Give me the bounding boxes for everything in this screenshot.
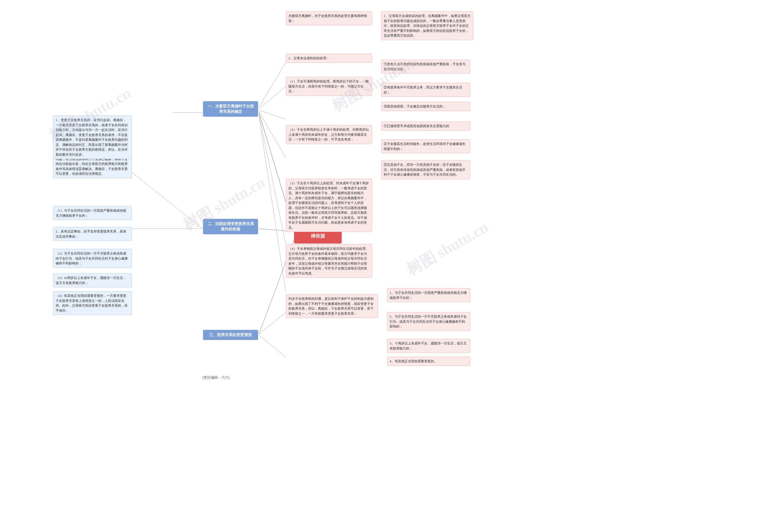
section1-node: 一、夫妻双方离婚时子女抚养关系的确定 <box>203 101 258 117</box>
box-under-2-sub2: ②有抚养条件不尽抚养义务，而父方要求子女随其生活的； <box>381 83 470 97</box>
box-over-10-text: （3）子女在十周岁以上的处理。对未成年子女满十周岁的，父母双方对抚养权发生争执时… <box>288 181 369 229</box>
svg-line-12 <box>259 335 286 357</box>
box-grandparents-text: （4）子女单独祖父母或外祖父母共同生活多年的处理。父方母方抚养子女的条件基本相同… <box>288 247 369 275</box>
box-no-agreement: 2、父母未达成协议的处理： <box>286 53 372 63</box>
box-change-reason1-text: （1）与子女共同生活的一方因患严重疾病或伤残无力继续抚养子女的； <box>56 209 126 217</box>
section3-label: 三、抚养关系的变更情形 <box>209 333 252 337</box>
box-under-2-sub1: ①患有久治不愈的传染性疾病或其他严重疾病，子女宜与其共同生活的； <box>381 59 470 74</box>
box-change-reason4-text: （4）有其他正当理由需要变更的，一方要求变更子女抚养关系有上述情形之一的，人民法… <box>56 294 128 312</box>
box-2-10-sub2-text: ②子女随其生活时间较长，改变生活环境对子女健康成长明显不利的； <box>384 142 466 151</box>
section2-node: 二、法院处理变更抚养关系案件的依据 <box>203 219 258 234</box>
mind-map: 树图 shutu.cn 树图 shutu.cn 树图 shutu.cn 树图 s… <box>0 0 762 532</box>
box-2-10-sub1-text: ①已做绝育手术或因其他原因丧失生育能力的 <box>384 124 449 128</box>
box-s3-sub2: 2、与子女共同生活的一方不尽抚养义务或有虐待子女行为，或其与子女共同生活对子女身… <box>387 312 470 331</box>
box-section3-main: 判决子女抚养权的归属，是以有利于保护子女的利益为原则的，如果出现了不利于子女健康… <box>286 294 378 318</box>
box-2-10: （2）子女在两周岁以上不满十周岁的处理。对两周岁以上未满十周岁的未成年的女，父方… <box>286 125 372 144</box>
box-change-reason3-text: （3）10周岁以上未成年子女，愿随另一方生活，该方又有抚养能力的； <box>56 276 126 285</box>
box-section3-main-text: 判决子女抚养权的归属，是以有利于保护子女的利益为原则的，如果出现了不利于子女健康… <box>288 297 374 315</box>
box-under-2-sub2-text: ②有抚养条件不尽抚养义务，而父方要求子女随其生活的； <box>384 85 462 94</box>
box-legal-reason: 2、具有法定事由，应予支持变更抚养关系，具体法定这些事由： <box>53 227 132 241</box>
svg-line-10 <box>259 116 286 292</box>
svg-line-5 <box>259 86 286 109</box>
svg-line-7 <box>259 112 286 158</box>
box-2-10-sub2: ②子女随其生活时间较长，改变生活环境对子女健康成长明显不利的； <box>381 139 470 153</box>
box-no-agreement-text: 2、父母未达成协议的处理： <box>288 56 330 60</box>
box-change-reason2-text: （2）与子女共同生活的一方不尽抚养义务或有虐待子女行为，或其与子女共同生活对子女… <box>56 252 128 265</box>
box-under-2-text: （1）子女不满两周岁的处理。两周岁以下的子女，一般随母方生活，但母方有下列情形之… <box>288 80 369 93</box>
box-under-2: （1）子女不满两周岁的处理。两周岁以下的子女，一般随母方生活，但母方有下列情形之… <box>286 77 372 96</box>
svg-line-9 <box>259 114 286 244</box>
box-2-10-sub1: ①已做绝育手术或因其他原因丧失生育能力的 <box>381 121 470 131</box>
section1-label: 一、夫妻双方离婚时子女抚养关系的确定 <box>207 104 254 114</box>
box-2-10-text: （2）子女在两周岁以上不满十周岁的处理。对两周岁以上未满十周岁的未成年的女，父方… <box>288 128 369 141</box>
section3-node: 三、抚养关系的变更情形 <box>203 330 258 340</box>
svg-line-4 <box>259 62 286 107</box>
svg-line-13 <box>125 167 202 229</box>
svg-line-6 <box>259 110 286 119</box>
box-change-custody-left-text: 1、变更子女抚养关系的，应另行起诉。离婚后，一方要求变更子女抚养关系的，或者子女… <box>56 118 128 156</box>
box-s3-sub2-text: 2、与子女共同生活的一方不尽抚养义务或有虐待子女行为，或其与子女共同生活对子女身… <box>390 315 467 328</box>
svg-line-8 <box>259 113 286 202</box>
box-s3-sub1: 1、与子女共同生活的一方因患严重疾病或伤残无力继续抚养子女的； <box>387 288 470 302</box>
footer: (责任编辑：六六) <box>202 375 230 380</box>
box-change-reason4: （4）有其他正当理由需要变更的，一方要求变更子女抚养关系有上述情形之一的，人民法… <box>53 291 132 315</box>
box-divorce-handling-text: 夫妻双方离婚时，对子女抚养关系的处理主要有两种情形： <box>288 14 367 23</box>
box-change-reason1: （1）与子女共同生活的一方因患严重疾病或伤残无力继续抚养子女的； <box>53 206 132 220</box>
box-change-custody-left: 1、变更子女抚养关系的，应另行起诉。离婚后，一方要求变更子女抚养关系的，或者子女… <box>53 115 132 159</box>
box-over-10: （3）子女在十周岁以上的处理。对未成年子女满十周岁的，父母双方对抚养权发生争执时… <box>286 179 372 232</box>
box-s3-sub3-text: 3、十周岁以上未成年子女，愿随另一方生活，该方又有抚养能力的； <box>390 342 467 350</box>
box-s3-sub4: 4、有其他正当理由需要变更的。 <box>387 357 470 366</box>
box-2-10-sub3: ③无其他子女，而另一方有其他子女的；②子女随其生活，对方患有传染性疾病或其他严重… <box>381 160 470 179</box>
box-change-reason2: （2）与子女共同生活的一方不尽抚养义务或有虐待子女行为，或其与子女共同生活对子女… <box>53 249 132 268</box>
box-under-2-sub3-text: ③因其他原因，子女确无法随母方生活的； <box>384 105 446 108</box>
box-parents-agreement-text: 1、父母双方达成协议的处理。在离婚案件中，如果父母双方就子女的抚养问题达成协议的… <box>384 14 471 37</box>
box-s3-sub3: 3、十周岁以上未成年子女，愿随另一方生活，该方又有抚养能力的； <box>387 339 470 353</box>
box-change-reason3: （3）10周岁以上未成年子女，愿随另一方生活，该方又有抚养能力的； <box>53 273 132 287</box>
box-under-2-sub1-text: ①患有久治不愈的传染性疾病或其他严重疾病，子女宜与其共同生活的； <box>384 62 466 71</box>
box-divorce-handling: 夫妻双方离婚时，对子女抚养关系的处理主要有两种情形： <box>286 11 372 25</box>
svg-line-11 <box>259 313 286 334</box>
section2-label: 二、法院处理变更抚养关系案件的依据 <box>207 221 254 231</box>
box-grandparents: （4）子女单独祖父母或外祖父母共同生活多年的处理。父方母方抚养子女的条件基本相同… <box>286 244 372 278</box>
box-legal-reason-text: 2、具有法定事由，应予支持变更抚养关系，具体法定这些事由： <box>56 230 126 238</box>
box-parents-agreement: 1、父母双方达成协议的处理。在离婚案件中，如果父母双方就子女的抚养问题达成协议的… <box>381 11 473 40</box>
watermark-4: 树图 shutu.cn <box>403 217 492 280</box>
box-s3-sub4-text: 4、有其他正当理由需要变更的。 <box>390 359 437 363</box>
box-2-10-sub3-text: ③无其他子女，而另一方有其他子女的；②子女随其生活，对方患有传染性疾病或其他严重… <box>384 163 466 176</box>
box-s3-sub1-text: 1、与子女共同生活的一方因患严重疾病或伤残无力继续抚养子女的； <box>390 291 467 299</box>
box-under-2-sub3: ③因其他原因，子女确无法随母方生活的； <box>381 102 470 111</box>
